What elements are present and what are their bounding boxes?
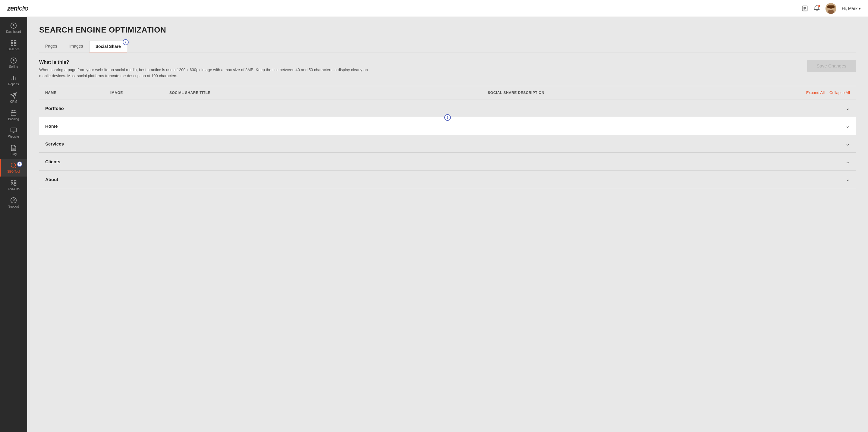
galleries-icon xyxy=(10,40,17,46)
row-clients-name: Clients xyxy=(45,159,60,164)
clients-chevron: ⌄ xyxy=(845,158,850,165)
sidebar-item-support[interactable]: Support xyxy=(0,194,27,211)
svg-rect-13 xyxy=(11,41,13,42)
info-description: When sharing a page from your website on… xyxy=(39,67,371,79)
portfolio-chevron: ⌄ xyxy=(845,105,850,111)
seo-badge: 1 xyxy=(17,162,22,167)
social-share-tab-badge: 2 xyxy=(123,39,129,45)
svg-point-32 xyxy=(11,163,16,167)
sidebar-item-blog[interactable]: Blog xyxy=(0,142,27,159)
notification-dot xyxy=(818,4,821,7)
svg-rect-35 xyxy=(14,180,16,182)
sidebar-item-galleries[interactable]: Galleries xyxy=(0,37,27,54)
addons-icon xyxy=(10,179,17,186)
row-services-name: Services xyxy=(45,141,64,146)
content-area: SEARCH ENGINE OPTIMIZATION Pages Images … xyxy=(27,17,868,432)
info-button[interactable] xyxy=(801,5,808,12)
svg-rect-34 xyxy=(11,180,13,182)
svg-rect-27 xyxy=(11,128,16,132)
sidebar-item-reports[interactable]: Reports xyxy=(0,72,27,89)
dashboard-icon xyxy=(10,22,17,29)
column-title: SOCIAL SHARE TITLE xyxy=(169,91,483,95)
collapse-all-button[interactable]: Collapse All xyxy=(830,90,850,95)
table-header: NAME IMAGE SOCIAL SHARE TITLE SOCIAL SHA… xyxy=(39,86,856,99)
seo-table: NAME IMAGE SOCIAL SHARE TITLE SOCIAL SHA… xyxy=(39,86,856,188)
page-title: SEARCH ENGINE OPTIMIZATION xyxy=(39,25,856,35)
sidebar-item-crm[interactable]: CRM xyxy=(0,89,27,107)
row-clients: Clients ⌄ xyxy=(39,153,856,170)
column-image: IMAGE xyxy=(110,91,164,95)
services-chevron: ⌄ xyxy=(845,140,850,147)
support-icon xyxy=(10,197,17,204)
svg-rect-14 xyxy=(14,41,16,42)
tab-images[interactable]: Images xyxy=(63,41,89,52)
row-about: About ⌄ xyxy=(39,170,856,188)
info-title: What is this? xyxy=(39,60,856,65)
column-name: NAME xyxy=(45,91,105,95)
top-navigation: zenfolio Hi, Mark ▾ xyxy=(0,0,868,17)
svg-rect-15 xyxy=(11,44,13,45)
svg-rect-36 xyxy=(14,184,16,185)
notification-button[interactable] xyxy=(813,5,820,12)
booking-icon xyxy=(10,110,17,116)
home-badge: 3 xyxy=(444,114,451,121)
logo[interactable]: zenfolio xyxy=(7,4,28,12)
user-menu[interactable]: Hi, Mark ▾ xyxy=(842,6,861,11)
row-about-header[interactable]: About ⌄ xyxy=(39,170,856,188)
sidebar-item-selling[interactable]: Selling xyxy=(0,54,27,72)
row-services-header[interactable]: Services ⌄ xyxy=(39,135,856,153)
sidebar-item-add-ons[interactable]: Add-Ons xyxy=(0,176,27,194)
info-section: What is this? When sharing a page from y… xyxy=(39,60,856,79)
nav-right: Hi, Mark ▾ xyxy=(801,3,861,14)
home-chevron: ⌄ xyxy=(845,123,850,129)
row-about-name: About xyxy=(45,177,58,182)
save-changes-button[interactable]: Save Changes xyxy=(807,60,856,72)
tab-social-share[interactable]: Social Share 2 xyxy=(89,41,127,53)
blog-icon xyxy=(10,144,17,151)
reports-icon xyxy=(10,75,17,81)
row-home-name: Home xyxy=(45,124,58,129)
main-layout: Dashboard Galleries Selling Reports CRM xyxy=(0,17,868,432)
about-chevron: ⌄ xyxy=(845,176,850,182)
avatar[interactable] xyxy=(826,3,836,14)
sidebar-item-seo-tool[interactable]: 1 SEO Tool xyxy=(0,159,27,176)
row-clients-header[interactable]: Clients ⌄ xyxy=(39,153,856,170)
table-actions: Expand All Collapse All xyxy=(806,90,850,95)
crm-icon xyxy=(10,92,17,99)
sidebar-item-booking[interactable]: Booking xyxy=(0,107,27,124)
website-icon xyxy=(10,127,17,134)
tabs-container: Pages Images Social Share 2 xyxy=(39,41,856,53)
row-services: Services ⌄ xyxy=(39,135,856,153)
expand-all-button[interactable]: Expand All xyxy=(806,90,825,95)
svg-rect-23 xyxy=(11,111,16,116)
sidebar-item-website[interactable]: Website xyxy=(0,124,27,142)
sidebar-item-dashboard[interactable]: Dashboard xyxy=(0,19,27,37)
svg-rect-16 xyxy=(14,44,16,45)
row-portfolio-name: Portfolio xyxy=(45,106,64,111)
svg-line-33 xyxy=(15,167,16,168)
tab-pages[interactable]: Pages xyxy=(39,41,63,52)
column-description: SOCIAL SHARE DESCRIPTION xyxy=(488,91,801,95)
row-home: 3 Home ⌄ xyxy=(39,117,856,135)
selling-icon xyxy=(10,57,17,64)
sidebar: Dashboard Galleries Selling Reports CRM xyxy=(0,17,27,432)
seo-icon xyxy=(10,162,17,169)
svg-rect-11 xyxy=(827,5,835,8)
